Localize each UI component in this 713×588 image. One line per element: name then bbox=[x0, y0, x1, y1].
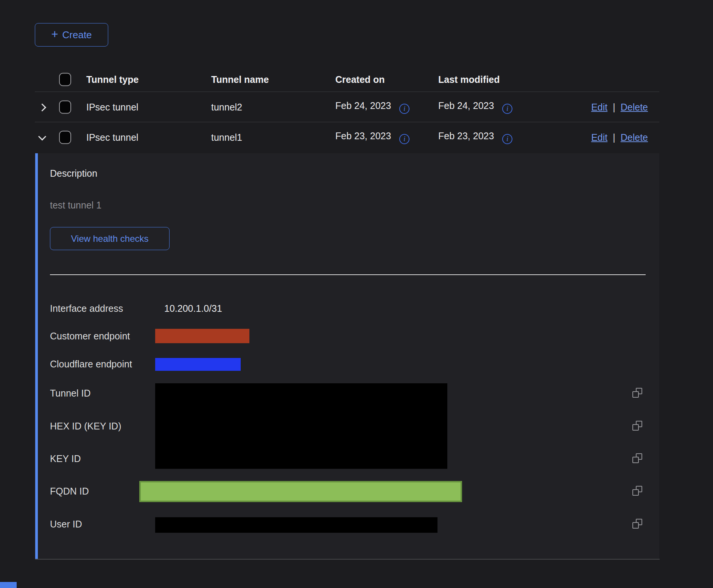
customer-endpoint-redacted-value bbox=[155, 329, 249, 343]
copy-icon[interactable] bbox=[632, 486, 643, 497]
header-tunnel-name: Tunnel name bbox=[211, 74, 269, 85]
expand-row-chevron-icon[interactable] bbox=[38, 103, 46, 111]
tunnel-id-label: Tunnel ID bbox=[50, 388, 90, 399]
ids-redacted-value bbox=[155, 383, 447, 469]
created-on-cell: Feb 23, 2023i bbox=[335, 131, 409, 144]
last-modified-date: Feb 23, 2023 bbox=[438, 131, 494, 141]
cloudflare-endpoint-redacted-value bbox=[155, 358, 241, 371]
actions-separator: | bbox=[613, 132, 615, 143]
fqdn-id-label: FQDN ID bbox=[50, 486, 89, 497]
row-actions: Edit | Delete bbox=[591, 101, 648, 112]
row-checkbox[interactable] bbox=[59, 100, 71, 114]
edit-link[interactable]: Edit bbox=[591, 101, 607, 112]
header-created-on: Created on bbox=[335, 74, 385, 85]
copy-icon[interactable] bbox=[632, 421, 643, 432]
tunnel-type-cell: IPsec tunnel bbox=[86, 132, 139, 143]
customer-endpoint-label: Customer endpoint bbox=[50, 331, 130, 342]
expanded-row-accent-bar bbox=[35, 153, 38, 559]
view-health-checks-button[interactable]: View health checks bbox=[50, 227, 170, 250]
create-button-label: Create bbox=[62, 29, 92, 41]
create-button[interactable]: + Create bbox=[35, 23, 108, 47]
last-modified-cell: Feb 23, 2023i bbox=[438, 131, 512, 144]
delete-link[interactable]: Delete bbox=[621, 101, 648, 112]
tunnels-table: Tunnel type Tunnel name Created on Last … bbox=[35, 67, 659, 152]
edit-link[interactable]: Edit bbox=[591, 132, 607, 143]
table-header-row: Tunnel type Tunnel name Created on Last … bbox=[35, 67, 659, 92]
description-value: test tunnel 1 bbox=[50, 200, 101, 211]
row-actions: Edit | Delete bbox=[591, 132, 648, 143]
delete-link[interactable]: Delete bbox=[621, 132, 648, 143]
last-modified-cell: Feb 24, 2023i bbox=[438, 100, 512, 114]
actions-separator: | bbox=[613, 101, 615, 112]
table-bottom-divider bbox=[35, 559, 660, 560]
user-id-redacted-value bbox=[155, 517, 437, 533]
fqdn-id-redacted-value bbox=[139, 481, 462, 502]
info-icon[interactable]: i bbox=[502, 134, 512, 144]
info-icon[interactable]: i bbox=[502, 104, 512, 114]
copy-icon[interactable] bbox=[632, 453, 643, 465]
hex-id-label: HEX ID (KEY ID) bbox=[50, 421, 121, 432]
user-id-label: User ID bbox=[50, 519, 82, 530]
last-modified-date: Feb 24, 2023 bbox=[438, 100, 494, 111]
header-last-modified: Last modified bbox=[438, 74, 500, 85]
info-icon[interactable]: i bbox=[399, 104, 409, 114]
key-id-label: KEY ID bbox=[50, 453, 81, 464]
table-row: IPsec tunnel tunnel2 Feb 24, 2023i Feb 2… bbox=[35, 92, 659, 122]
interface-address-label: Interface address bbox=[50, 303, 123, 314]
plus-icon: + bbox=[51, 28, 58, 40]
tunnel-details-panel: Description test tunnel 1 View health ch… bbox=[35, 153, 659, 559]
description-label: Description bbox=[50, 168, 97, 179]
created-on-cell: Feb 24, 2023i bbox=[335, 100, 409, 114]
tunnel-type-cell: IPsec tunnel bbox=[86, 101, 139, 112]
cloudflare-endpoint-label: Cloudflare endpoint bbox=[50, 359, 132, 370]
section-divider bbox=[50, 274, 646, 275]
created-on-date: Feb 23, 2023 bbox=[335, 131, 391, 141]
tunnel-name-cell: tunnel2 bbox=[211, 101, 242, 112]
tunnel-name-cell: tunnel1 bbox=[211, 132, 242, 143]
interface-address-value: 10.200.1.0/31 bbox=[164, 303, 222, 314]
collapse-row-chevron-icon[interactable] bbox=[38, 132, 46, 140]
created-on-date: Feb 24, 2023 bbox=[335, 100, 391, 111]
copy-icon[interactable] bbox=[632, 519, 643, 530]
info-icon[interactable]: i bbox=[399, 134, 409, 144]
bottom-left-accent bbox=[0, 582, 17, 588]
table-row: IPsec tunnel tunnel1 Feb 23, 2023i Feb 2… bbox=[35, 122, 659, 152]
row-checkbox[interactable] bbox=[59, 131, 71, 144]
copy-icon[interactable] bbox=[632, 388, 643, 399]
header-tunnel-type: Tunnel type bbox=[86, 74, 139, 85]
select-all-checkbox[interactable] bbox=[59, 73, 71, 86]
